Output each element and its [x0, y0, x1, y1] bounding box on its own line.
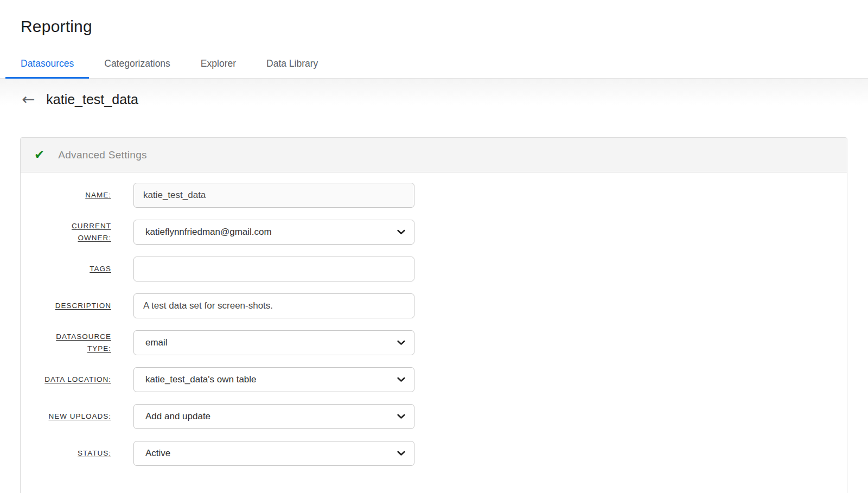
tags-label: TAGS: [33, 263, 111, 275]
datasource-type-select[interactable]: email: [133, 330, 414, 355]
name-label: NAME:: [33, 189, 111, 201]
chevron-down-icon: [397, 377, 405, 382]
form-row-status: STATUS: Active: [21, 441, 847, 466]
tab-datasources[interactable]: Datasources: [5, 51, 89, 78]
data-location-label: DATA LOCATION:: [33, 374, 111, 386]
data-location-value: katie_test_data's own table: [145, 374, 257, 385]
panel-title: Advanced Settings: [58, 149, 147, 161]
description-input[interactable]: [133, 293, 414, 318]
form-row-name: NAME:: [21, 183, 847, 208]
form-row-new-uploads: NEW UPLOADS: Add and update: [21, 404, 847, 429]
form-row-description: DESCRIPTION: [21, 293, 847, 318]
current-owner-select[interactable]: katieflynnfriedman@gmail.com: [133, 220, 414, 245]
current-owner-value: katieflynnfriedman@gmail.com: [145, 227, 272, 238]
new-uploads-label: NEW UPLOADS:: [33, 411, 111, 422]
datasource-type-value: email: [145, 337, 168, 348]
app-header: Reporting: [0, 0, 868, 36]
new-uploads-value: Add and update: [145, 411, 210, 422]
status-label: STATUS:: [33, 447, 111, 459]
description-label: DESCRIPTION: [33, 300, 111, 312]
tab-categorizations[interactable]: Categorizations: [89, 51, 186, 78]
form-row-data-location: DATA LOCATION: katie_test_data's own tab…: [21, 367, 847, 392]
new-uploads-select[interactable]: Add and update: [133, 404, 414, 429]
chevron-down-icon: [397, 341, 405, 345]
datasource-title: katie_test_data: [46, 92, 138, 107]
form-row-current-owner: CURRENT OWNER: katieflynnfriedman@gmail.…: [21, 220, 847, 245]
name-input[interactable]: [133, 183, 414, 208]
tab-data-library[interactable]: Data Library: [251, 51, 333, 78]
chevron-down-icon: [397, 451, 405, 456]
datasource-type-label: DATASOURCE TYPE:: [33, 331, 111, 354]
status-select[interactable]: Active: [133, 441, 414, 466]
form-row-datasource-type: DATASOURCE TYPE: email: [21, 330, 847, 355]
content-area: ← katie_test_data ✔ Advanced Settings NA…: [0, 79, 868, 486]
settings-form: NAME: CURRENT OWNER: katieflynnfriedman@…: [21, 172, 847, 493]
detail-header: ← katie_test_data: [0, 79, 868, 107]
tab-explorer[interactable]: Explorer: [186, 51, 251, 78]
tabbar: Datasources Categorizations Explorer Dat…: [0, 51, 868, 79]
page-title: Reporting: [21, 17, 868, 36]
check-icon: ✔: [34, 149, 44, 161]
chevron-down-icon: [397, 230, 405, 235]
data-location-select[interactable]: katie_test_data's own table: [133, 367, 414, 392]
status-value: Active: [145, 448, 170, 459]
chevron-down-icon: [397, 414, 405, 419]
advanced-settings-header[interactable]: ✔ Advanced Settings: [21, 138, 847, 172]
current-owner-label: CURRENT OWNER:: [33, 220, 111, 244]
form-row-tags: TAGS: [21, 257, 847, 281]
tags-input[interactable]: [133, 257, 414, 281]
advanced-settings-panel: ✔ Advanced Settings NAME: CURRENT OWNER:…: [20, 137, 847, 493]
back-arrow-icon[interactable]: ←: [22, 92, 35, 107]
